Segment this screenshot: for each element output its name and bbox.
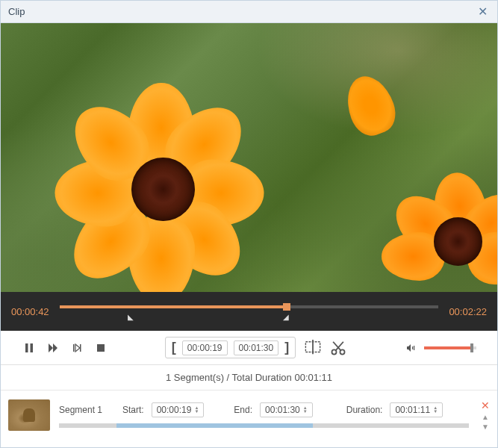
close-icon[interactable]: ✕ bbox=[475, 4, 490, 19]
title-bar: Clip ✕ bbox=[1, 1, 497, 23]
video-preview-area[interactable] bbox=[1, 23, 497, 292]
video-frame-image bbox=[1, 23, 497, 292]
fast-forward-button[interactable] bbox=[46, 340, 60, 355]
segment-delete-icon[interactable]: ✕ bbox=[481, 399, 490, 411]
segment-duration-value: 00:01:11 bbox=[395, 405, 430, 415]
segment-range-track[interactable] bbox=[59, 423, 469, 428]
svg-rect-0 bbox=[25, 343, 28, 352]
trim-group: [ 00:00:19 00:01:30 ] bbox=[165, 337, 296, 358]
svg-rect-2 bbox=[73, 344, 75, 352]
spinner-arrows-icon[interactable]: ▲▼ bbox=[433, 406, 438, 414]
segment-start-input[interactable]: 00:00:19▲▼ bbox=[152, 402, 205, 417]
total-time-label: 00:02:22 bbox=[449, 306, 487, 317]
pause-button[interactable] bbox=[22, 340, 37, 355]
volume-fill bbox=[424, 346, 471, 349]
in-point-time-input[interactable]: 00:00:19 bbox=[182, 340, 228, 355]
segment-name-label: Segment 1 bbox=[59, 405, 115, 415]
volume-group bbox=[403, 340, 476, 355]
svg-rect-4 bbox=[97, 344, 105, 352]
set-out-bracket-button[interactable]: ] bbox=[284, 340, 289, 355]
playback-bar: 00:00:42 ◣ ◢ 00:02:22 bbox=[1, 292, 497, 331]
spinner-arrows-icon[interactable]: ▲▼ bbox=[194, 406, 199, 414]
start-label: Start: bbox=[122, 405, 144, 415]
segment-duration-input[interactable]: 00:01:11▲▼ bbox=[390, 402, 443, 417]
svg-rect-1 bbox=[31, 343, 34, 352]
current-time-label: 00:00:42 bbox=[11, 306, 49, 317]
set-in-bracket-button[interactable]: [ bbox=[172, 340, 176, 355]
spinner-arrows-icon[interactable]: ▲▼ bbox=[303, 406, 308, 414]
segments-summary-label: 1 Segment(s) / Total Duration 00:01:11 bbox=[1, 365, 497, 391]
out-point-time-input[interactable]: 00:01:30 bbox=[234, 340, 279, 355]
volume-slider[interactable] bbox=[424, 346, 476, 349]
controls-bar: [ 00:00:19 00:01:30 ] bbox=[1, 331, 497, 365]
timeline-container: ◣ ◢ bbox=[60, 302, 439, 320]
split-segment-icon[interactable] bbox=[305, 340, 321, 356]
volume-handle[interactable] bbox=[470, 343, 473, 352]
segment-thumbnail[interactable] bbox=[8, 399, 50, 431]
timeline-progress bbox=[60, 305, 287, 308]
svg-rect-3 bbox=[80, 344, 81, 352]
stop-button[interactable] bbox=[93, 340, 108, 355]
step-forward-button[interactable] bbox=[69, 340, 84, 355]
segment-body: Segment 1 Start: 00:00:19▲▼ End: 00:01:3… bbox=[59, 402, 469, 428]
timeline-handle[interactable] bbox=[283, 303, 290, 311]
cut-icon[interactable] bbox=[330, 340, 346, 356]
segment-info: Segment 1 Start: 00:00:19▲▼ End: 00:01:3… bbox=[59, 402, 469, 417]
segment-move-down-icon[interactable]: ▼ bbox=[481, 423, 490, 431]
timeline-markers: ◣ ◢ bbox=[60, 313, 439, 320]
window-title: Clip bbox=[8, 6, 25, 17]
segment-range-fill bbox=[116, 423, 314, 428]
svg-rect-11 bbox=[412, 346, 413, 349]
out-marker-icon[interactable]: ◢ bbox=[283, 313, 289, 321]
segment-actions: ✕ ▲ ▼ bbox=[481, 399, 490, 431]
segment-move-up-icon[interactable]: ▲ bbox=[481, 413, 490, 421]
segment-row: Segment 1 Start: 00:00:19▲▼ End: 00:01:3… bbox=[1, 391, 497, 440]
svg-rect-12 bbox=[414, 346, 414, 350]
segment-start-value: 00:00:19 bbox=[157, 405, 192, 415]
timeline-track[interactable] bbox=[60, 305, 439, 308]
in-marker-icon[interactable]: ◣ bbox=[128, 313, 134, 321]
duration-label: Duration: bbox=[346, 405, 383, 415]
volume-icon[interactable] bbox=[403, 340, 418, 355]
segment-end-input[interactable]: 00:01:30▲▼ bbox=[260, 402, 313, 417]
end-label: End: bbox=[234, 405, 252, 415]
segment-end-value: 00:01:30 bbox=[265, 405, 300, 415]
